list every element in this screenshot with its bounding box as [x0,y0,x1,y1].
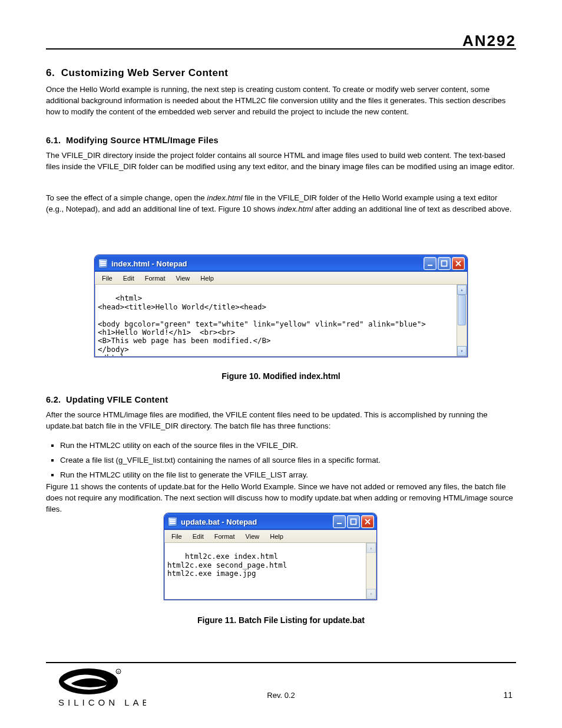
section-6-number: 6. [46,67,55,78]
scroll-up-button[interactable]: ▴ [366,543,376,553]
notepad-icon [168,517,177,526]
close-button[interactable] [361,515,374,528]
silicon-labs-logo: R SILICON LABS [46,668,146,711]
scroll-track[interactable] [457,295,467,346]
footer-rule [46,662,516,663]
revision-label: Rev. 0.2 [267,691,295,700]
menu-format[interactable]: Format [140,274,170,283]
notepad-icon [98,259,108,268]
section-6-intro: Once the Hello World example is running,… [46,84,516,117]
svg-text:SILICON LABS: SILICON LABS [58,697,146,707]
section-6-heading: 6. Customizing Web Server Content [46,66,516,81]
svg-rect-0 [428,265,432,266]
vertical-scrollbar[interactable]: ▴ ▾ [457,285,467,356]
figure-10-caption: Figure 10. Modified index.html [46,370,516,382]
page-number: 11 [503,690,513,700]
section-6-1-number: 6.1. [46,136,61,145]
editor-area[interactable]: html2c.exe index.html html2c.exe second_… [164,543,376,599]
bullet-3: Run the HTML2C utility on the file list … [60,469,516,480]
scroll-down-button[interactable]: ▾ [457,346,467,356]
titlebar[interactable]: update.bat - Notepad [164,513,376,530]
bullet-2: Create a file list (g_VFILE_list.txt) co… [60,454,516,466]
section-6-2-heading: 6.2. Updating VFILE Content [46,394,516,406]
menu-file[interactable]: File [167,532,187,541]
menu-format[interactable]: Format [210,532,240,541]
scroll-track[interactable] [366,553,376,589]
svg-rect-1 [442,261,447,266]
menu-view[interactable]: View [241,532,265,541]
editor-text: <html> <head><title>Hello World</title><… [98,294,426,357]
section-6-1-p1: The VFILE_DIR directory inside the proje… [46,150,516,172]
close-button[interactable] [452,257,465,270]
section-6-1-p2: To see the effect of a simple change, op… [46,192,516,215]
bullet-1: Run the HTML2C utility on each of the so… [60,440,516,451]
section-6-1-heading: 6.1. Modifying Source HTML/Image Files [46,134,516,147]
editor-text: html2c.exe index.html html2c.exe second_… [167,552,287,578]
scroll-down-button[interactable]: ▾ [366,589,376,599]
section-6-2-bullets: Run the HTML2C utility on each of the so… [46,440,516,484]
menu-edit[interactable]: Edit [188,532,209,541]
p2-file-1: index.html [207,193,242,202]
menu-edit[interactable]: Edit [118,274,139,283]
menu-file[interactable]: File [97,274,117,283]
section-6-2-p1: After the source HTML/image files are mo… [46,409,516,431]
section-6-title: Customizing Web Server Content [61,67,229,78]
window-title: index.html - Notepad [111,259,424,268]
scroll-up-button[interactable]: ▴ [457,285,467,295]
titlebar[interactable]: index.html - Notepad [95,255,467,272]
menubar: File Edit Format View Help [95,272,467,285]
scroll-thumb[interactable] [458,295,466,325]
figure-11-caption: Figure 11. Batch File Listing for update… [46,614,516,626]
section-6-2-title: Updating VFILE Content [66,395,168,404]
menubar: File Edit Format View Help [164,530,376,543]
p2-file-2: index.html [277,205,313,213]
minimize-button[interactable] [424,257,437,270]
maximize-button[interactable] [347,515,360,528]
editor-area[interactable]: <html> <head><title>Hello World</title><… [95,285,467,357]
window-title: update.bat - Notepad [181,518,333,526]
section-6-2-p2: Figure 11 shows the contents of update.b… [46,481,516,515]
notepad-window-update-bat: update.bat - Notepad File Edit Format Vi… [164,513,377,600]
menu-help[interactable]: Help [196,274,219,283]
vertical-scrollbar[interactable]: ▴ ▾ [366,543,376,599]
p2-end: after adding an additional line of text … [313,205,511,213]
doc-id: AN292 [462,32,516,50]
svg-rect-3 [351,519,356,525]
section-6-2-number: 6.2. [46,395,61,404]
svg-text:R: R [117,670,120,674]
minimize-button[interactable] [333,515,346,528]
page-header: AN292 [46,35,516,50]
p2-prefix: To see the effect of a simple change, op… [46,193,207,202]
menu-help[interactable]: Help [265,532,288,541]
maximize-button[interactable] [438,257,451,270]
svg-rect-2 [337,523,342,524]
section-6-1-title: Modifying Source HTML/Image Files [66,136,219,145]
notepad-window-index-html: index.html - Notepad File Edit Format Vi… [94,255,468,357]
menu-view[interactable]: View [171,274,195,283]
